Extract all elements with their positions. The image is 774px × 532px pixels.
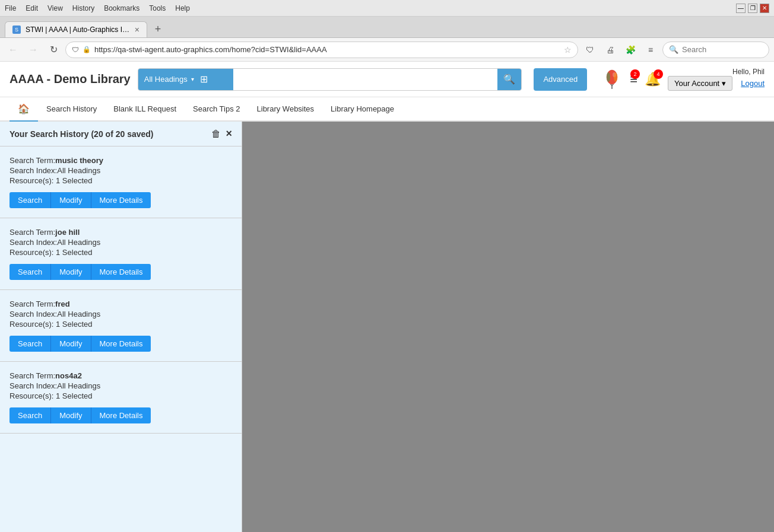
stack-icon: ⊞ xyxy=(200,74,208,85)
header-right-icons: ≡ 2 🔔 4 Hello, Phil Your Account ▾ Logou… xyxy=(601,68,765,91)
reload-button[interactable]: ↻ xyxy=(45,42,62,58)
browser-search-icon: 🔍 xyxy=(669,45,678,54)
address-input[interactable]: 🛡 🔒 https://qa-stwi-agent.auto-graphics.… xyxy=(65,42,578,58)
delete-history-icon[interactable]: 🗑 xyxy=(211,129,221,139)
back-button[interactable]: ← xyxy=(5,42,21,58)
history-item-4-modify-button[interactable]: Modify xyxy=(51,407,91,423)
history-item-3-resource: Resource(s): 1 Selected xyxy=(9,320,232,329)
history-item-1-resource: Resource(s): 1 Selected xyxy=(9,176,232,185)
notifications-icon-wrap[interactable]: ≡ 2 xyxy=(630,72,637,87)
active-tab[interactable]: S STWI | AAAA | Auto-Graphics In... × xyxy=(5,21,147,37)
history-item-4: Search Term:nos4a2 Search Index:All Head… xyxy=(0,362,242,434)
menu-tools[interactable]: Tools xyxy=(149,4,166,12)
history-item-4-details-button[interactable]: More Details xyxy=(91,407,151,423)
nav-blank-ill[interactable]: Blank ILL Request xyxy=(105,98,185,120)
search-index-label: All Headings xyxy=(144,75,188,84)
history-item-1-details-button[interactable]: More Details xyxy=(91,192,151,208)
lock-icon: 🔒 xyxy=(83,46,91,53)
browser-search-bar[interactable]: 🔍 xyxy=(662,42,769,58)
search-history-panel: Your Search History (20 of 20 saved) 🗑 ×… xyxy=(0,122,242,532)
app-area: AAAA - Demo Library All Headings ▾ ⊞ 🔍 A… xyxy=(0,62,774,532)
title-bar: File Edit View History Bookmarks Tools H… xyxy=(0,0,774,17)
panel-header-actions: 🗑 × xyxy=(211,128,232,140)
title-bar-controls: — ❐ ✕ xyxy=(736,4,769,13)
history-item-3-index: Search Index:All Headings xyxy=(9,310,232,318)
history-item-3-modify-button[interactable]: Modify xyxy=(51,336,91,352)
main-search-button[interactable]: 🔍 xyxy=(497,69,521,90)
nav-search-history[interactable]: Search History xyxy=(38,98,105,120)
history-item-4-index: Search Index:All Headings xyxy=(9,381,232,390)
account-dropdown[interactable]: Your Account ▾ xyxy=(668,76,732,91)
bell-notification-badge: 4 xyxy=(654,69,663,79)
main-search-bar: All Headings ▾ ⊞ 🔍 xyxy=(138,68,522,91)
menu-bookmarks[interactable]: Bookmarks xyxy=(104,4,139,12)
menu-edit[interactable]: Edit xyxy=(26,4,38,12)
history-item-2-details-button[interactable]: More Details xyxy=(91,264,151,280)
shield-addon-icon[interactable]: 🛡 xyxy=(582,42,598,58)
history-item-4-search-button[interactable]: Search xyxy=(9,407,51,423)
menu-help[interactable]: Help xyxy=(175,4,190,12)
tab-favicon: S xyxy=(12,26,21,34)
balloon-icon[interactable] xyxy=(601,69,623,90)
menu-icon[interactable]: ≡ xyxy=(642,42,659,58)
main-content: Your Search History (20 of 20 saved) 🗑 ×… xyxy=(0,122,774,532)
nav-library-websites[interactable]: Library Websites xyxy=(249,98,323,120)
list-notification-badge: 2 xyxy=(630,69,640,79)
title-bar-menu: File Edit View History Bookmarks Tools H… xyxy=(5,4,190,12)
forward-button[interactable]: → xyxy=(25,42,42,58)
logout-button[interactable]: Logout xyxy=(741,79,765,88)
extension-icon[interactable]: 🧩 xyxy=(622,42,639,58)
search-index-dropdown[interactable]: All Headings ▾ ⊞ xyxy=(138,69,233,90)
print-icon[interactable]: 🖨 xyxy=(602,42,618,58)
menu-view[interactable]: View xyxy=(47,4,63,12)
history-item-1-index: Search Index:All Headings xyxy=(9,166,232,175)
menu-file[interactable]: File xyxy=(5,4,16,12)
history-item-1-buttons: Search Modify More Details xyxy=(9,192,232,208)
dropdown-arrow-icon: ▾ xyxy=(191,76,194,82)
nav-bar: 🏠 Search History Blank ILL Request Searc… xyxy=(0,97,774,122)
history-item-4-term: Search Term:nos4a2 xyxy=(9,371,232,380)
tab-close-button[interactable]: × xyxy=(135,26,139,34)
svg-point-5 xyxy=(614,72,617,82)
advanced-search-button[interactable]: Advanced xyxy=(534,68,587,91)
panel-title: Your Search History (20 of 20 saved) xyxy=(9,129,154,139)
new-tab-button[interactable]: + xyxy=(150,21,166,37)
history-item-2: Search Term:joe hill Search Index:All He… xyxy=(0,218,242,290)
browser-search-input[interactable] xyxy=(682,45,753,54)
history-item-3-details-button[interactable]: More Details xyxy=(91,336,151,352)
shield-icon: 🛡 xyxy=(72,46,79,54)
panel-items-list: Search Term:music theory Search Index:Al… xyxy=(0,146,242,532)
history-item-3-search-button[interactable]: Search xyxy=(9,336,51,352)
account-dropdown-label: Your Account xyxy=(674,79,719,88)
history-item-1-term: Search Term:music theory xyxy=(9,156,232,165)
nav-search-tips[interactable]: Search Tips 2 xyxy=(185,98,249,120)
history-item-2-index: Search Index:All Headings xyxy=(9,238,232,247)
menu-history[interactable]: History xyxy=(72,4,94,12)
account-section: Hello, Phil Your Account ▾ Logout xyxy=(668,68,765,91)
history-item-2-modify-button[interactable]: Modify xyxy=(51,264,91,280)
address-url-text: https://qa-stwi-agent.auto-graphics.com/… xyxy=(94,45,560,54)
minimize-button[interactable]: — xyxy=(736,4,746,13)
nav-home[interactable]: 🏠 xyxy=(9,97,38,122)
maximize-button[interactable]: ❐ xyxy=(748,4,757,13)
main-search-input[interactable] xyxy=(233,75,498,84)
history-item-2-resource: Resource(s): 1 Selected xyxy=(9,248,232,257)
history-item-2-term: Search Term:joe hill xyxy=(9,228,232,237)
history-item-3: Search Term:fred Search Index:All Headin… xyxy=(0,290,242,362)
tab-title: STWI | AAAA | Auto-Graphics In... xyxy=(26,26,130,34)
bookmark-star-icon[interactable]: ☆ xyxy=(564,45,572,55)
history-item-3-buttons: Search Modify More Details xyxy=(9,336,232,352)
nav-library-homepage[interactable]: Library Homepage xyxy=(322,98,402,120)
app-header: AAAA - Demo Library All Headings ▾ ⊞ 🔍 A… xyxy=(0,62,774,97)
history-item-1-modify-button[interactable]: Modify xyxy=(51,192,91,208)
close-panel-icon[interactable]: × xyxy=(226,128,232,140)
history-item-4-buttons: Search Modify More Details xyxy=(9,407,232,423)
address-right-icons: 🛡 🖨 🧩 ≡ xyxy=(582,42,659,58)
panel-header: Your Search History (20 of 20 saved) 🗑 × xyxy=(0,122,242,146)
history-item-2-search-button[interactable]: Search xyxy=(9,264,51,280)
history-item-3-term: Search Term:fred xyxy=(9,300,232,308)
tab-bar: S STWI | AAAA | Auto-Graphics In... × + xyxy=(0,17,774,38)
history-item-1-search-button[interactable]: Search xyxy=(9,192,51,208)
bell-icon-wrap[interactable]: 🔔 4 xyxy=(645,72,661,87)
close-button[interactable]: ✕ xyxy=(760,4,769,13)
